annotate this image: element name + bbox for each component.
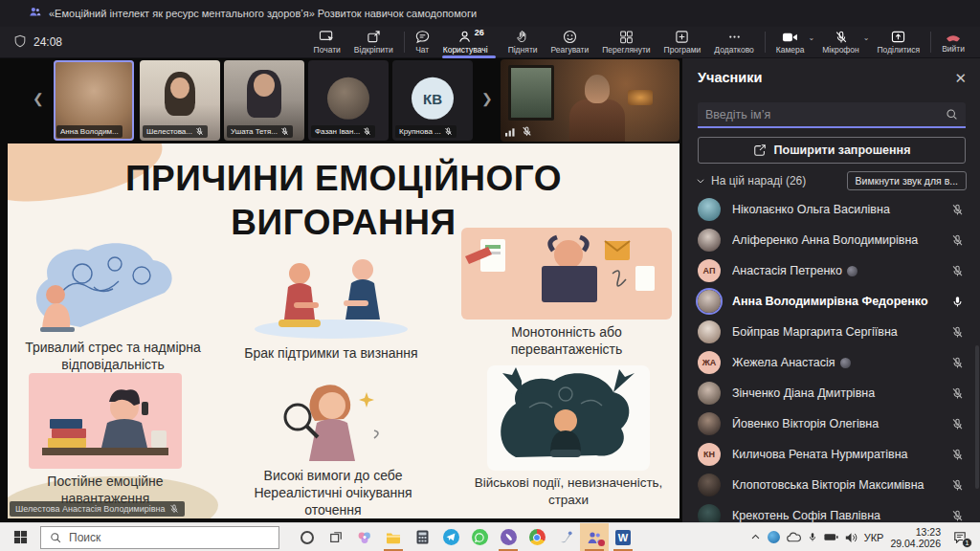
hidden-icons-chevron[interactable] — [750, 532, 761, 542]
start-button[interactable] — [0, 523, 40, 551]
avatar — [698, 290, 721, 313]
video-tile-5[interactable]: КВ Крупнова ... — [392, 60, 473, 141]
start-recording-button[interactable]: Почати — [307, 27, 347, 58]
view-button[interactable]: Переглянути — [595, 27, 657, 58]
avatar — [698, 412, 721, 435]
viber-icon[interactable] — [494, 523, 523, 551]
share-invite-button[interactable]: Поширити запрошення — [698, 137, 966, 164]
illustration-dark-fears — [487, 365, 650, 471]
whatsapp-icon[interactable] — [465, 523, 494, 551]
avatar-initials: АП — [698, 259, 721, 282]
participant-row[interactable]: Йовенко Вікторія Олегівна — [682, 408, 980, 439]
search-input[interactable] — [705, 108, 946, 121]
people-button[interactable]: 26 Користувачі — [436, 27, 501, 58]
participant-row[interactable]: Анна Володимирівна Федоренко — [682, 286, 980, 317]
language-indicator[interactable]: УКР — [864, 532, 884, 543]
raise-label: Підняти — [508, 45, 538, 55]
participant-row[interactable]: КН Киличова Рената Нурмиратівна — [682, 439, 980, 470]
chrome-icon[interactable] — [523, 523, 551, 551]
search-icon — [946, 108, 958, 121]
chat-button[interactable]: Чат — [409, 27, 436, 58]
onedrive-cloud-icon[interactable] — [787, 532, 801, 542]
slide-cell-war-anxiety: Військові події, невизначеність, страхи — [459, 365, 678, 509]
video-tile-2[interactable]: Шелестова... — [140, 60, 220, 141]
signal-strength-icon — [505, 127, 516, 137]
raise-hand-button[interactable]: Підняти — [501, 27, 545, 58]
slide-caption: Високі вимоги до себе — [230, 467, 436, 484]
section-toggle[interactable]: На цій нараді (26) — [696, 174, 806, 187]
chevron-down-icon — [696, 176, 705, 186]
slide-caption: Монотонність або перевантаженість — [456, 323, 678, 358]
react-button[interactable]: Реагувати — [545, 27, 596, 58]
mic-muted-icon — [835, 31, 848, 44]
participant-row[interactable]: Бойправ Маргарита Сергіївна — [682, 317, 980, 347]
video-tile-4[interactable]: Фазан Іван... — [308, 60, 389, 141]
notification-icon[interactable]: 1 — [947, 525, 972, 550]
avatar-initials: КН — [698, 443, 721, 466]
people-count-badge: 26 — [475, 28, 484, 37]
participant-row[interactable]: Зінченко Діана Дмитрівна — [682, 378, 980, 408]
participant-row[interactable]: ЖА Жежела Анастасія — [682, 347, 980, 378]
mic-muted-icon — [951, 418, 964, 430]
telegram-icon[interactable] — [436, 523, 465, 551]
share-screen-icon — [891, 31, 905, 44]
network-app-icon[interactable] — [768, 531, 780, 543]
teams-icon[interactable] — [580, 523, 609, 551]
close-panel-icon[interactable]: ✕ — [954, 71, 967, 85]
word-icon[interactable]: W — [609, 523, 637, 551]
taskbar-search-input[interactable] — [69, 531, 270, 544]
tile-name: Анна Володим... — [60, 127, 119, 136]
apps-label: Програми — [664, 45, 702, 55]
participants-scrollbar[interactable] — [975, 345, 979, 489]
video-tile-3[interactable]: Ушата Тетя... — [224, 60, 304, 141]
microphone-tray-icon[interactable] — [808, 531, 817, 543]
initials-text: КН — [703, 450, 715, 459]
participant-name: Анна Володимирівна Федоренко — [732, 295, 928, 308]
file-explorer-icon[interactable] — [379, 523, 408, 551]
share-button[interactable]: Поділитися — [870, 27, 926, 58]
scroll-right-chevron-icon[interactable]: ❯ — [481, 91, 493, 106]
taskbar-search-box[interactable] — [40, 526, 279, 549]
participant-name: Зінченко Діана Дмитрівна — [732, 386, 875, 400]
initials-text: АП — [703, 266, 716, 276]
avatar — [698, 229, 721, 252]
battery-icon[interactable] — [824, 533, 838, 541]
start-label: Почати — [314, 45, 341, 55]
task-view-icon[interactable] — [322, 523, 350, 551]
participant-name: Анастасія Петренко — [732, 264, 842, 277]
unpin-button[interactable]: Відкріпити — [347, 27, 400, 58]
camera-button[interactable]: Камера — [769, 27, 812, 58]
cortana-icon[interactable] — [293, 523, 322, 551]
mute-all-button[interactable]: Вимкнути звук для в... — [847, 171, 967, 190]
avatar — [698, 198, 721, 221]
participant-search-box[interactable] — [698, 102, 966, 128]
people-icon: 26 — [458, 30, 473, 44]
flower-app-icon[interactable] — [350, 523, 379, 551]
video-tile-1[interactable]: Анна Володим... — [54, 60, 134, 141]
spotlight-video-tile[interactable] — [501, 59, 679, 142]
clock[interactable]: 13:23 29.04.2026 — [890, 526, 941, 549]
paint-icon[interactable] — [551, 523, 580, 551]
mic-muted-icon — [444, 127, 453, 136]
slide-cell-emotional-load: Постійне емоційне навантаження — [19, 373, 191, 507]
participant-row[interactable]: Аліференко Анна Володимирівна — [682, 225, 980, 255]
chat-label: Чат — [415, 45, 429, 55]
react-label: Реагувати — [551, 45, 590, 55]
illustration-person-with-books — [29, 373, 182, 469]
mic-muted-icon — [951, 234, 964, 247]
scroll-left-chevron-icon[interactable]: ❮ — [33, 91, 44, 106]
participant-row[interactable]: Клопотовська Вікторія Максимівна — [682, 470, 980, 500]
mic-muted-icon — [951, 357, 964, 369]
calculator-icon[interactable] — [408, 523, 436, 551]
participant-row[interactable]: Ніколаєнко Ольга Василівна — [682, 194, 980, 225]
fireplace — [628, 90, 653, 105]
mic-muted-icon — [951, 510, 964, 522]
tile-name: Фазан Іван... — [315, 127, 360, 136]
leave-button[interactable]: Вийти — [935, 27, 980, 58]
more-button[interactable]: Додатково — [707, 27, 760, 58]
mic-button[interactable]: Мікрофон — [815, 27, 866, 58]
popout-icon — [367, 30, 381, 44]
volume-icon[interactable] — [845, 532, 858, 543]
apps-button[interactable]: Програми — [657, 27, 708, 58]
participant-row[interactable]: АП Анастасія Петренко — [682, 255, 980, 286]
